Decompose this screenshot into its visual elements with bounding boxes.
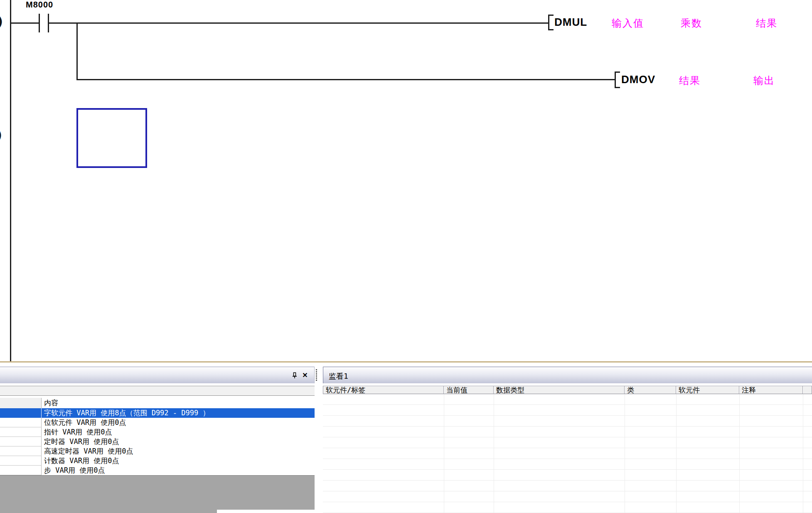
list-header-row: 内容 <box>0 398 315 408</box>
column-header-comment[interactable]: 注释 <box>739 386 803 394</box>
grid-line <box>494 394 494 513</box>
dmov-operand-output[interactable]: 输出 <box>753 74 775 87</box>
close-panel-button[interactable]: ✕ <box>301 372 309 379</box>
row-header <box>0 456 42 466</box>
column-header-data-type[interactable]: 数据类型 <box>494 386 625 394</box>
row-header <box>0 408 42 418</box>
row-header <box>0 418 42 427</box>
grip-dot <box>316 375 317 377</box>
grip-dot <box>316 373 317 375</box>
pin-icon <box>291 372 298 379</box>
grip-dot <box>316 369 317 370</box>
row-header <box>0 446 42 456</box>
grip-dot <box>316 377 317 379</box>
row-header-corner <box>0 398 42 408</box>
dmul-operand-result[interactable]: 结果 <box>756 17 778 30</box>
watch-window-title: 监看1 <box>329 371 348 381</box>
row-header <box>0 427 42 437</box>
step-number-1: ) <box>0 15 3 29</box>
dmul-operand-multiplier[interactable]: 乘数 <box>681 17 702 30</box>
dmov-operand-result[interactable]: 结果 <box>679 74 701 87</box>
list-item-word-device[interactable]: 字软元件 VAR用 使用8点（范围 D992 - D999 ） <box>0 408 315 418</box>
column-header-class[interactable]: 类 <box>625 386 676 394</box>
rung2-wire <box>76 79 615 80</box>
list-item-counter[interactable]: 计数器 VAR用 使用0点 <box>0 456 315 466</box>
watch-table-header: 软元件/标签 当前值 数据类型 类 软元件 注释 <box>323 386 812 394</box>
list-item-high-speed-timer[interactable]: 高速定时器 VAR用 使用0点 <box>0 446 315 456</box>
watch-table-body[interactable] <box>323 394 812 513</box>
rung1-wire-left <box>11 22 39 24</box>
watch-window-titlebar[interactable]: 监看1 <box>323 367 812 383</box>
grid-line <box>676 394 677 513</box>
contact-device-label[interactable]: M8000 <box>26 0 53 10</box>
dmul-operand-input[interactable]: 输入值 <box>612 17 644 30</box>
column-header-spare <box>803 386 812 394</box>
grip-dot <box>316 380 317 381</box>
watch-window: 监看1 软元件/标签 当前值 数据类型 类 软元件 注释 <box>323 367 812 513</box>
grid-line <box>739 394 740 513</box>
grid-line <box>803 394 803 513</box>
column-header-device-label[interactable]: 软元件/标签 <box>323 386 444 394</box>
content-column-header: 内容 <box>42 398 315 408</box>
list-item-step[interactable]: 步 VAR用 使用0点 <box>0 466 315 475</box>
left-power-rail <box>10 0 11 361</box>
plc-ide-workspace: { "ladder_editor": { "step_markers": [")… <box>0 0 812 513</box>
ladder-editor-canvas[interactable]: ) ) M8000 DMUL 输入值 乘数 结果 DMOV 结果 输出 <box>0 0 812 361</box>
dmul-bracket <box>548 15 549 30</box>
rung1-wire-right <box>49 22 548 24</box>
dmov-bracket <box>615 72 616 88</box>
close-icon: ✕ <box>302 372 308 379</box>
dmul-bracket-serif-bottom <box>548 29 554 30</box>
list-item-pointer[interactable]: 指针 VAR用 使用0点 <box>0 427 315 437</box>
device-usage-toolbar-strip <box>0 386 315 396</box>
step-number-2: ) <box>0 128 2 142</box>
grid-line <box>625 394 625 513</box>
contact-bar-left[interactable] <box>39 14 40 32</box>
list-disabled-area <box>0 475 315 513</box>
dmov-bracket-serif-top <box>615 72 620 73</box>
horizontal-splitter[interactable] <box>0 361 812 363</box>
row-header <box>0 437 42 446</box>
dmul-instruction[interactable]: DMUL <box>554 16 587 29</box>
list-item-bit-device[interactable]: 位软元件 VAR用 使用0点 <box>0 418 315 427</box>
device-usage-panel: ✕ 内容 字软元件 VAR用 使用8点（范围 D992 - D999 ） 位软元… <box>0 367 315 513</box>
watch-panel-drag-grip[interactable] <box>315 369 318 382</box>
column-header-device[interactable]: 软元件 <box>676 386 739 394</box>
list-item-timer[interactable]: 定时器 VAR用 使用0点 <box>0 437 315 446</box>
dmul-bracket-serif-top <box>548 15 554 16</box>
grid-line <box>444 394 444 513</box>
auto-hide-pin-button[interactable] <box>291 372 298 379</box>
branch-wire-vertical <box>76 22 78 80</box>
ladder-cursor-cell[interactable] <box>76 108 147 168</box>
scroll-corner <box>217 510 315 513</box>
dmov-instruction[interactable]: DMOV <box>621 73 655 86</box>
dmov-bracket-serif-bottom <box>615 87 620 88</box>
column-header-current-value[interactable]: 当前值 <box>444 386 494 394</box>
row-header <box>0 466 42 475</box>
grip-dot <box>316 371 317 372</box>
device-usage-list[interactable]: 内容 字软元件 VAR用 使用8点（范围 D992 - D999 ） 位软元件 … <box>0 398 315 475</box>
device-usage-panel-titlebar[interactable]: ✕ <box>0 367 315 383</box>
